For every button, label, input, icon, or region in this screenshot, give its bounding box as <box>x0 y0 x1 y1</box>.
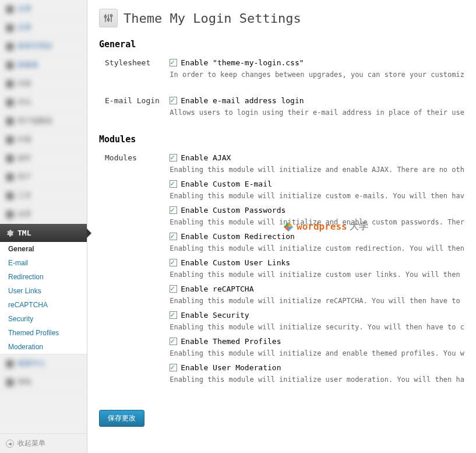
sidebar-item-blurred[interactable]: 用户提醒器 <box>0 112 87 131</box>
module-label: Enable Custom E-mail <box>181 180 272 188</box>
section-heading-general: General <box>99 39 464 50</box>
sidebar-item-blurred[interactable]: 多媒体 <box>0 56 87 75</box>
module-block: Enable Themed ProfilesEnabling this modu… <box>170 337 464 357</box>
sidebar-submenu: GeneralE-mailRedirectionUser LinksreCAPT… <box>0 242 87 354</box>
admin-sidebar: 文章 文章 表单不同页 多媒体 页面 评论 用户提醒器 外观 插件 用户 工具 … <box>0 0 87 453</box>
module-label: Enable Security <box>181 311 249 319</box>
module-description: Enabling this module will initialize sec… <box>170 323 464 331</box>
sidebar-subitem-themed-profiles[interactable]: Themed Profiles <box>0 326 87 340</box>
field-row-email-login: E-mail Login Enable e-mail address login… <box>99 96 464 122</box>
sidebar-item-blurred[interactable]: 页面 <box>0 75 87 93</box>
module-label: Enable Themed Profiles <box>181 337 281 346</box>
module-description: Enabling this module will initialize cus… <box>170 244 464 252</box>
module-description: Enabling this module will initialize use… <box>170 375 464 384</box>
module-block: Enable Custom E-mailEnabling this module… <box>170 180 464 200</box>
sidebar-item-tml-active[interactable]: TML <box>0 224 87 242</box>
checkbox-label: Enable "theme-my-login.css" <box>181 58 304 67</box>
sidebar-item-blurred[interactable]: 评论 <box>0 93 87 112</box>
collapse-icon: ◀ <box>6 440 14 448</box>
page-title: Theme My Login Settings <box>124 11 301 26</box>
stylesheet-checkbox[interactable] <box>170 59 177 66</box>
sidebar-subitem-redirection[interactable]: Redirection <box>0 270 87 284</box>
svg-point-5 <box>110 15 112 16</box>
page-header: Theme My Login Settings <box>99 9 464 27</box>
module-block: Enable Custom PasswordsEnabling this mod… <box>170 206 464 226</box>
module-label: Enable AJAX <box>181 153 231 162</box>
field-label: Modules <box>99 153 170 389</box>
field-description: In order to keep changes between upgrade… <box>170 71 464 79</box>
sidebar-subitem-general[interactable]: General <box>0 242 87 256</box>
sidebar-item-blurred[interactable]: 插件 <box>0 149 87 168</box>
sidebar-subitem-moderation[interactable]: Moderation <box>0 340 87 354</box>
email-login-checkbox[interactable] <box>170 97 177 104</box>
sidebar-subitem-user-links[interactable]: User Links <box>0 284 87 298</box>
sidebar-item-blurred[interactable]: 文章 <box>0 0 87 19</box>
sidebar-item-blurred[interactable]: 用户 <box>0 168 87 187</box>
save-button[interactable]: 保存更改 <box>99 410 144 427</box>
module-checkbox[interactable] <box>170 180 177 188</box>
module-checkbox[interactable] <box>170 259 177 266</box>
module-description: Enabling this module will initialize and… <box>170 349 464 357</box>
module-checkbox[interactable] <box>170 311 177 319</box>
sidebar-item-blurred[interactable]: 帮助 <box>0 373 87 392</box>
gear-icon <box>6 229 14 237</box>
module-checkbox[interactable] <box>170 285 177 293</box>
sidebar-active-label: TML <box>17 229 31 237</box>
sidebar-item-blurred[interactable]: 文章 <box>0 19 87 37</box>
module-label: Enable Custom Redirection <box>181 232 295 241</box>
module-checkbox[interactable] <box>170 233 177 240</box>
sidebar-item-blurred[interactable]: 外观 <box>0 131 87 149</box>
sidebar-item-blurred[interactable]: 工具 <box>0 187 87 205</box>
module-checkbox[interactable] <box>170 206 177 214</box>
field-row-modules: Modules Enable AJAXEnabling this module … <box>99 153 464 389</box>
module-label: Enable User Moderation <box>181 363 281 372</box>
module-label: Enable reCAPTCHA <box>181 285 253 293</box>
module-checkbox[interactable] <box>170 338 177 345</box>
module-block: Enable Custom RedirectionEnabling this m… <box>170 232 464 252</box>
module-block: Enable Custom User LinksEnabling this mo… <box>170 258 464 279</box>
section-heading-modules: Modules <box>99 134 464 145</box>
module-description: Enabling this module will initialize reC… <box>170 297 464 305</box>
field-label: Stylesheet <box>99 58 170 85</box>
sliders-icon <box>99 9 118 27</box>
svg-point-4 <box>107 19 109 20</box>
field-label: E-mail Login <box>99 96 170 122</box>
main-content: Theme My Login Settings General Styleshe… <box>87 0 476 453</box>
sidebar-subitem-recaptcha[interactable]: reCAPTCHA <box>0 298 87 312</box>
module-block: Enable AJAXEnabling this module will ini… <box>170 153 464 174</box>
field-description: Allows users to login using their e-mail… <box>170 108 464 117</box>
collapse-menu-button[interactable]: ◀ 收起菜单 <box>0 433 87 453</box>
collapse-label: 收起菜单 <box>17 438 45 448</box>
module-description: Enabling this module will initialize cus… <box>170 192 464 200</box>
module-label: Enable Custom User Links <box>181 258 290 267</box>
module-description: Enabling this module will initialize and… <box>170 166 464 174</box>
module-checkbox[interactable] <box>170 364 177 371</box>
module-block: Enable reCAPTCHAEnabling this module wil… <box>170 285 464 305</box>
sidebar-item-blurred[interactable]: 表单不同页 <box>0 37 87 56</box>
module-block: Enable User ModerationEnabling this modu… <box>170 363 464 384</box>
sidebar-item-blurred[interactable]: 更新中心 <box>0 354 87 373</box>
field-row-stylesheet: Stylesheet Enable "theme-my-login.css" I… <box>99 58 464 85</box>
module-description: Enabling this module will initialize and… <box>170 218 464 226</box>
module-description: Enabling this module will initialize cus… <box>170 271 464 279</box>
sidebar-subitem-security[interactable]: Security <box>0 312 87 326</box>
module-block: Enable SecurityEnabling this module will… <box>170 311 464 331</box>
sidebar-subitem-e-mail[interactable]: E-mail <box>0 256 87 270</box>
module-label: Enable Custom Passwords <box>181 206 285 215</box>
checkbox-label: Enable e-mail address login <box>181 96 304 105</box>
sidebar-item-blurred[interactable]: 设置 <box>0 205 87 224</box>
module-checkbox[interactable] <box>170 154 177 161</box>
svg-point-3 <box>104 16 106 17</box>
